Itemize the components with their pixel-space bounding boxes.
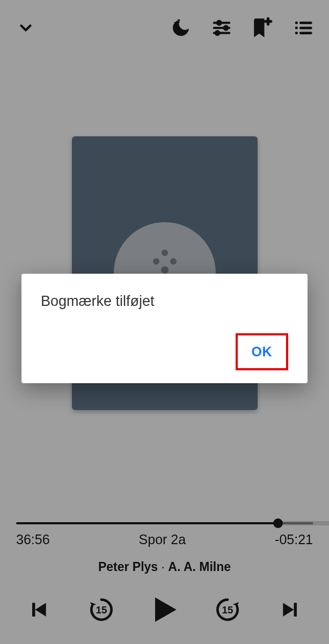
dialog-actions: OK — [41, 333, 288, 370]
modal-overlay[interactable]: Bogmærke tilføjet OK — [0, 0, 329, 644]
bookmark-dialog: Bogmærke tilføjet OK — [21, 274, 308, 383]
player-screen: z z — [0, 0, 329, 644]
ok-button[interactable]: OK — [236, 333, 289, 370]
dialog-message: Bogmærke tilføjet — [41, 293, 288, 310]
